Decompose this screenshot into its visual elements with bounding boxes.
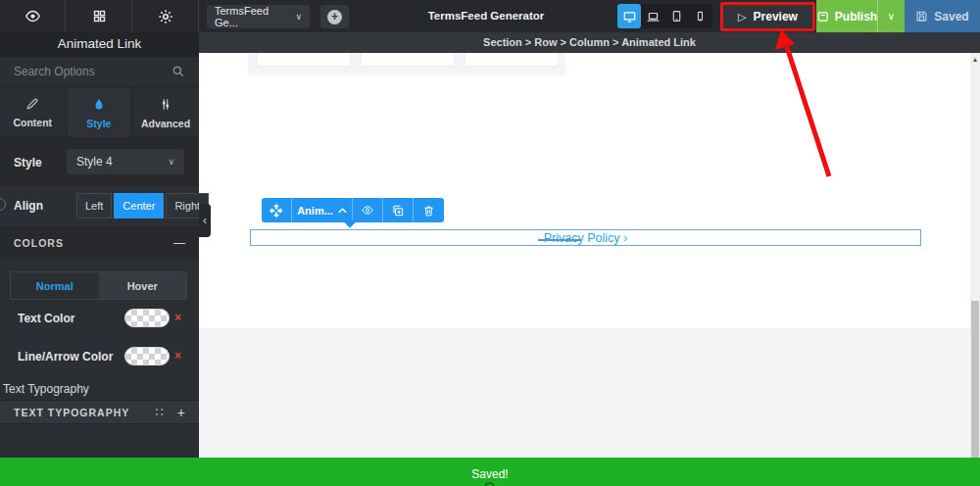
style-select[interactable]: Style 4 ∨ xyxy=(67,149,184,174)
minus-icon: — xyxy=(173,236,199,250)
device-laptop-button[interactable] xyxy=(641,4,664,28)
duplicate-widget-button[interactable] xyxy=(383,198,414,222)
eye-icon xyxy=(24,8,41,24)
widget-toolbar: Anim... xyxy=(262,198,444,222)
close-icon[interactable]: × xyxy=(174,349,181,363)
move-icon xyxy=(270,204,283,218)
toggle-visibility-button[interactable] xyxy=(353,198,383,222)
publish-icon xyxy=(816,10,830,24)
settings-tabs: Content Style Advanced xyxy=(0,87,199,137)
tab-style[interactable]: Style xyxy=(67,87,133,137)
play-icon: ▷ xyxy=(738,11,746,24)
state-normal-tab[interactable]: Normal xyxy=(11,272,99,299)
collapse-left-icon: ‹ xyxy=(203,214,207,227)
widget-type-dropdown[interactable]: Anim... xyxy=(292,198,353,222)
publish-button[interactable]: Publish xyxy=(816,0,877,32)
move-widget-handle[interactable] xyxy=(262,198,292,222)
editor-canvas[interactable]: Anim... xyxy=(199,53,970,458)
colors-title: COLORS xyxy=(0,237,64,249)
breadcrumb-path: Section > Row > Column > Animated Link xyxy=(483,36,696,48)
tab-advanced[interactable]: Advanced xyxy=(132,87,199,137)
style-label: Style xyxy=(14,156,42,170)
device-switcher xyxy=(617,4,712,28)
line-arrow-color-swatch[interactable] xyxy=(124,347,170,365)
settings-button[interactable] xyxy=(133,0,199,32)
text-color-label: Text Color xyxy=(18,312,74,325)
page-selector-dropdown[interactable]: TermsFeed Ge... ∨ xyxy=(207,5,310,28)
text-color-swatch[interactable] xyxy=(124,309,170,327)
trash-icon xyxy=(422,204,435,218)
scrollbar-thumb[interactable] xyxy=(971,301,979,458)
tablet-icon xyxy=(670,9,683,24)
duplicate-icon xyxy=(391,204,405,218)
sidebar-collapse-handle[interactable]: ‹ xyxy=(199,204,211,237)
mobile-icon xyxy=(695,9,706,24)
animated-link-underline xyxy=(538,239,581,241)
delete-widget-button[interactable] xyxy=(414,198,444,222)
publish-options-button[interactable]: ∨ xyxy=(877,0,905,32)
animated-link-text: Privacy Policy › xyxy=(544,231,627,245)
align-center-button[interactable]: Center xyxy=(114,193,164,219)
widgets-grid-button[interactable] xyxy=(67,0,132,32)
preview-button-label: Preview xyxy=(754,10,798,24)
saved-notification: Saved! xyxy=(0,458,980,486)
plus-icon[interactable]: + xyxy=(164,405,199,420)
card-placeholder xyxy=(465,53,559,67)
style-settings-sidebar: Content Style Advanced Style Style 4 ∨ xyxy=(0,57,199,458)
scroll-up-icon[interactable]: ▲ xyxy=(970,56,980,63)
widget-type-label: Anim... xyxy=(297,205,333,217)
style-select-value: Style 4 xyxy=(76,155,113,169)
canvas-scrollbar[interactable]: ▲ xyxy=(970,53,980,458)
page-selector-label: TermsFeed Ge... xyxy=(215,5,289,28)
pricing-row-fragment xyxy=(248,53,565,75)
state-hover-tab[interactable]: Hover xyxy=(99,272,187,299)
card-placeholder xyxy=(257,53,351,67)
caret-up-icon xyxy=(338,208,347,214)
widget-panel-title: Animated Link xyxy=(0,32,199,57)
grid-icon xyxy=(92,9,107,24)
saved-button-label: Saved xyxy=(934,10,968,24)
animated-link-widget[interactable]: Privacy Policy › xyxy=(250,229,921,246)
align-label: Align xyxy=(14,199,43,213)
text-color-row: Text Color × xyxy=(0,309,199,328)
state-toggle: Normal Hover xyxy=(10,271,187,300)
add-page-button[interactable]: + xyxy=(320,5,349,28)
breadcrumb[interactable]: Section > Row > Column > Animated Link xyxy=(199,32,980,53)
tab-label: Content xyxy=(13,117,52,128)
device-mobile-button[interactable] xyxy=(689,4,712,28)
device-desktop-button[interactable] xyxy=(617,4,641,28)
card-placeholder xyxy=(361,53,455,67)
saved-button[interactable]: Saved xyxy=(905,0,980,32)
chevron-down-icon: ∨ xyxy=(888,11,895,22)
save-icon xyxy=(915,10,928,23)
typography-group-label: Text Typography xyxy=(3,382,89,396)
droplet-icon xyxy=(92,96,106,113)
tab-label: Advanced xyxy=(141,118,190,129)
device-tablet-button[interactable] xyxy=(665,4,689,28)
laptop-icon xyxy=(646,10,661,24)
chevron-down-icon: ∨ xyxy=(168,157,174,167)
notification-spinner xyxy=(484,482,495,486)
preview-button[interactable]: ▷ Preview xyxy=(720,2,815,31)
eye-icon xyxy=(360,204,375,217)
text-typography-header[interactable]: TEXT TYPOGRAPHY ∷ + xyxy=(0,400,199,424)
top-toolbar: TermsFeed Ge... ∨ + TermsFeed Generator xyxy=(0,0,980,32)
chevron-down-icon: ∨ xyxy=(295,12,302,22)
line-arrow-color-row: Line/Arrow Color × xyxy=(0,347,199,366)
text-typography-title: TEXT TYPOGRAPHY xyxy=(0,407,129,418)
colors-section-header[interactable]: COLORS — xyxy=(0,227,199,259)
publish-button-label: Publish xyxy=(835,10,877,24)
align-left-button[interactable]: Left xyxy=(76,193,112,219)
page-builder-app: TermsFeed Ge... ∨ + TermsFeed Generator xyxy=(0,0,980,486)
search-icon xyxy=(172,65,185,78)
search-input[interactable] xyxy=(0,65,157,78)
canvas-footer-background: + ADD A BLANK SECTION ▸ A xyxy=(199,328,970,458)
tab-content[interactable]: Content xyxy=(0,87,67,137)
pencil-icon xyxy=(24,96,40,112)
search-options-row xyxy=(0,57,199,87)
close-icon[interactable]: × xyxy=(174,311,181,324)
drag-dots-icon[interactable]: ∷ xyxy=(156,405,164,419)
line-arrow-color-label: Line/Arrow Color xyxy=(18,350,113,364)
document-title: TermsFeed Generator xyxy=(388,0,584,32)
preview-mode-button[interactable] xyxy=(0,0,66,32)
